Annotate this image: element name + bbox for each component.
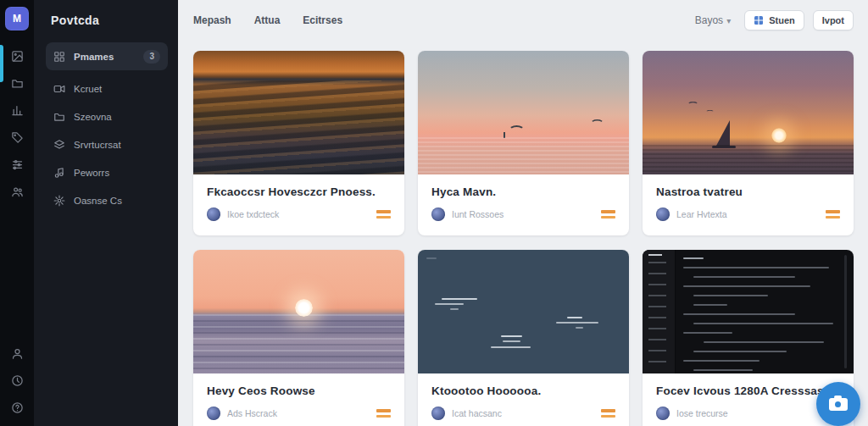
- card-footer: Fkcaoccsr Hovesczcr Pnoess. Ikoe txdctec…: [193, 174, 404, 221]
- actions-icon[interactable]: [376, 409, 391, 418]
- sidebar-item-szeovna[interactable]: Szeovna: [46, 102, 168, 130]
- rail-bottom-group: [0, 340, 34, 426]
- card-title: Hyca Mavn.: [431, 185, 615, 198]
- rail-active-indicator: [0, 45, 3, 82]
- stuen-button[interactable]: Stuen: [744, 10, 804, 30]
- profile-icon: [11, 347, 24, 360]
- portfolio-card[interactable]: Hevy Ceos Roowse Ads Hscrack: [193, 250, 404, 426]
- card-title: Fkcaoccsr Hovesczcr Pnoess.: [207, 185, 391, 198]
- owner-avatar: [431, 407, 445, 420]
- sun: [771, 128, 787, 143]
- card-title: Hevy Ceos Roowse: [207, 385, 391, 397]
- card-footer: Hyca Mavn. Iunt Rossoes: [418, 174, 629, 221]
- owner-avatar: [207, 207, 220, 221]
- card-image-sunset-waves: [193, 51, 404, 174]
- stuen-button-label: Stuen: [769, 15, 795, 25]
- sun: [295, 299, 313, 317]
- owner-avatar: [656, 207, 670, 221]
- code-editor-scrollbar: [844, 255, 847, 368]
- tag-icon[interactable]: [0, 124, 34, 151]
- card-meta-row: Iose trecurse: [656, 407, 840, 420]
- sliders-icon[interactable]: [0, 151, 34, 178]
- users-icon[interactable]: [0, 178, 34, 205]
- card-title: Nastroa tvatreu: [656, 185, 840, 198]
- chart-icon: [11, 104, 24, 117]
- ivpot-button[interactable]: Ivpot: [813, 10, 854, 30]
- tab-mepash[interactable]: Mepash: [193, 14, 231, 26]
- sidebar-item-srvrtucrsat[interactable]: Srvrtucrsat: [46, 130, 168, 158]
- clock-icon: [11, 374, 24, 387]
- app-window: M: [0, 0, 868, 426]
- sidebar-item-label: Peworrs: [74, 168, 109, 178]
- code-editor-lines: [683, 257, 838, 373]
- portfolio-card[interactable]: Ktoootoo Hoooooa. Icat hacsanc: [418, 250, 629, 426]
- card-grid: Fkcaoccsr Hovesczcr Pnoess. Ikoe txdctec…: [193, 51, 854, 426]
- card-meta-row: Ads Hscrack: [207, 407, 391, 420]
- card-image-pink-horizon: [418, 51, 629, 174]
- sidebar-item-kcruet[interactable]: Kcruet: [46, 75, 168, 102]
- card-meta-row: Ikoe txdcteck: [207, 207, 391, 221]
- sidebar-item-peworrs[interactable]: Peworrs: [46, 158, 168, 186]
- actions-icon[interactable]: [826, 210, 840, 219]
- tab-ecitrses[interactable]: Ecitrses: [303, 14, 342, 26]
- portfolio-card[interactable]: Hyca Mavn. Iunt Rossoes: [418, 51, 629, 235]
- sidebar-item-label: Pmames: [74, 52, 114, 62]
- folder-icon: [53, 111, 65, 123]
- users-icon: [11, 185, 24, 198]
- card-subtitle: Iunt Rossoes: [452, 209, 594, 219]
- sidebar-item-label: Srvrtucrsat: [74, 140, 121, 150]
- card-meta-row: Icat hacsanc: [431, 407, 615, 420]
- profile-icon[interactable]: [0, 340, 34, 367]
- sidebar-title: Povtcda: [51, 14, 168, 27]
- icon-rail: M: [0, 0, 34, 426]
- layers-icon: [53, 139, 65, 151]
- card-subtitle: Lear Hvtexta: [676, 209, 819, 219]
- portfolio-card[interactable]: Nastroa tvatreu Lear Hvtexta: [643, 51, 854, 235]
- filter-label: Bayos: [695, 14, 723, 26]
- image-icon: [11, 50, 24, 63]
- tab-attua[interactable]: Attua: [254, 14, 281, 26]
- tab-bar: Mepash Attua Ecitrses: [193, 14, 342, 26]
- card-subtitle: Ikoe txdcteck: [227, 209, 370, 219]
- chart-icon[interactable]: [0, 97, 34, 124]
- card-title: Ktoootoo Hoooooa.: [431, 385, 615, 397]
- help-icon[interactable]: [0, 394, 34, 421]
- filter-dropdown[interactable]: Bayos ▾: [690, 14, 736, 27]
- count-badge: 3: [143, 50, 160, 64]
- folder-icon[interactable]: [0, 69, 34, 97]
- bird-silhouette: [509, 125, 525, 136]
- actions-icon[interactable]: [601, 210, 615, 219]
- actions-icon[interactable]: [376, 210, 391, 219]
- card-image-dark-slide: [418, 250, 629, 373]
- fab-camera-button[interactable]: [816, 382, 860, 426]
- app-logo[interactable]: M: [5, 7, 29, 30]
- bird-silhouette: [705, 110, 714, 116]
- portfolio-card[interactable]: Fkcaoccsr Hovesczcr Pnoess. Ikoe txdctec…: [193, 51, 404, 235]
- music-icon: [53, 167, 65, 179]
- actions-icon[interactable]: [601, 409, 615, 418]
- sliders-icon: [11, 158, 24, 171]
- image-icon[interactable]: [0, 42, 34, 69]
- card-image-code-editor: [643, 250, 854, 373]
- card-footer: Ktoootoo Hoooooa. Icat hacsanc: [418, 373, 629, 420]
- sidebar-item-oasnse[interactable]: Oasnse Cs: [46, 186, 168, 214]
- ivpot-button-label: Ivpot: [822, 15, 844, 25]
- card-subtitle: Ads Hscrack: [227, 408, 370, 418]
- folder-icon: [11, 77, 24, 90]
- clock-icon[interactable]: [0, 367, 34, 394]
- settings-icon: [53, 195, 65, 207]
- owner-avatar: [207, 407, 220, 420]
- tag-icon: [11, 131, 24, 144]
- app-logo-text: M: [13, 13, 21, 25]
- sailboat-hull: [712, 146, 736, 148]
- owner-avatar: [656, 407, 670, 420]
- sidebar: Povtcda Pmames 3 Kcruet Szeovna Srvrtucr…: [34, 0, 178, 426]
- card-subtitle: Icat hacsanc: [452, 408, 594, 418]
- card-footer: Hevy Ceos Roowse Ads Hscrack: [193, 373, 404, 420]
- sidebar-item-pmames[interactable]: Pmames 3: [46, 42, 168, 70]
- grid-icon: [53, 51, 65, 63]
- owner-avatar: [431, 207, 445, 221]
- code-editor-sidebar: [643, 250, 676, 373]
- main-content: Mepash Attua Ecitrses Bayos ▾ Stuen Ivpo…: [178, 0, 868, 426]
- sailboat-silhouette: [716, 120, 730, 146]
